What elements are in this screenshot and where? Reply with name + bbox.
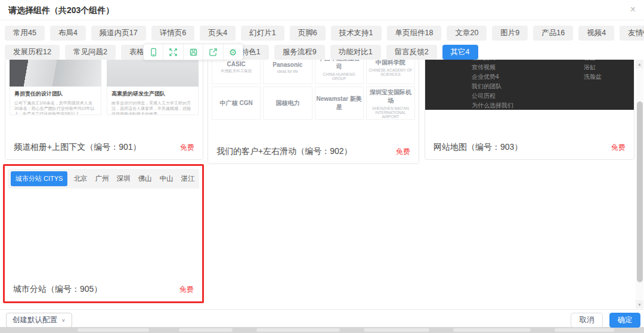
component-name: 城市分站（编号：905） bbox=[13, 284, 102, 295]
scrollbar-thumb[interactable] bbox=[637, 101, 643, 282]
dialog-title: 请选择组件（共203个组件） bbox=[8, 5, 114, 16]
close-icon[interactable]: × bbox=[630, 4, 636, 15]
sitemap-link: 宣传视频 bbox=[472, 63, 513, 72]
component-name: 网站地图（编号：903） bbox=[434, 142, 522, 153]
client-logo-sub: 中国航天科工集团 bbox=[221, 69, 252, 74]
component-list-viewport: 勇担责任的设计团队 公司下属员工100余名，其中高级技术人员30余名；核心生产团… bbox=[0, 60, 636, 309]
tile-title: 高素质的研发生产团队 bbox=[112, 90, 194, 98]
free-badge: 免费 bbox=[180, 143, 194, 153]
client-logo-sub: ideas for life bbox=[277, 69, 298, 73]
component-card-905-selected[interactable]: 城市分站 CITYS 北京广州深圳佛山中山湛江河源韶关清远 城市分站（编号：90… bbox=[3, 164, 204, 303]
create-default-config-label: 创建默认配置 bbox=[13, 315, 57, 325]
save-icon[interactable] bbox=[183, 44, 203, 60]
client-logo-sub: CHINA HUANENG GROUP bbox=[317, 72, 362, 81]
component-picker-dialog: 请选择组件（共203个组件） × 常用45布局4频道内页17详情页6页头4幻灯片… bbox=[0, 0, 644, 333]
city-sites-chip[interactable]: 城市分站 CITYS bbox=[11, 171, 67, 186]
component-card-903[interactable]: 组织架构宣传视频企业优势4我们的团队公司历程为什么选择我们 台盆浴缸洗脸盆 网站… bbox=[425, 60, 634, 160]
preview-tile: 高素质的研发生产团队 由专业设计的理念，采用人工力学工程的方法，选择适合人体要求… bbox=[107, 60, 199, 115]
category-tab[interactable]: 常用45 bbox=[5, 26, 45, 41]
client-logo: Newamstar 新美星 bbox=[315, 87, 364, 120]
free-badge: 免费 bbox=[611, 143, 626, 153]
card-905-city-bar: 城市分站 CITYS 北京广州深圳佛山中山湛江河源韶关清远 bbox=[8, 169, 199, 189]
category-tab[interactable]: 布局4 bbox=[50, 26, 86, 41]
sitemap-link: 公司历程 bbox=[472, 91, 513, 101]
client-logo: 深圳宝安国际机场SHENZHEN BAO'AN INTERNATIONAL AI… bbox=[366, 87, 415, 120]
category-tab[interactable]: 单页组件18 bbox=[387, 26, 442, 41]
category-tab[interactable]: 服务流程9 bbox=[274, 45, 325, 60]
scroll-up-icon[interactable]: ▲ bbox=[636, 60, 643, 68]
sitemap-link: 企业优势4 bbox=[472, 72, 513, 82]
fullscreen-icon[interactable] bbox=[163, 44, 182, 60]
sitemap-column: 组织架构宣传视频企业优势4我们的团队公司历程为什么选择我们 bbox=[472, 60, 513, 110]
tile-title: 勇担责任的设计团队 bbox=[14, 90, 97, 98]
city-link[interactable]: 北京 bbox=[73, 174, 87, 183]
scroll-down-icon[interactable]: ▼ bbox=[636, 300, 643, 309]
category-tab[interactable]: 其它4 bbox=[442, 45, 478, 60]
tile-desc: 公司下属员工100余名，其中高级技术人员30余名；核心生产团队行业经验平均10年… bbox=[14, 100, 97, 115]
category-tab[interactable]: 友情链接3 bbox=[620, 26, 644, 41]
category-tab[interactable]: 留言反馈2 bbox=[386, 45, 437, 60]
dialog-header: 请选择组件（共203个组件） × bbox=[0, 0, 644, 20]
category-tab[interactable]: 常见问题2 bbox=[65, 45, 116, 60]
background-page-strip bbox=[0, 327, 644, 333]
client-logo: 中国科学院CHINESE ACADEMY OF SCIENCES bbox=[366, 60, 415, 84]
sitemap-link: 为什么选择我们 bbox=[472, 101, 513, 110]
category-tab[interactable]: 页头4 bbox=[200, 26, 236, 41]
client-logo: CASIC中国航天科工集团 bbox=[212, 60, 261, 84]
category-tab[interactable]: 文章20 bbox=[447, 26, 487, 41]
cancel-button[interactable]: 取消 bbox=[571, 313, 603, 328]
category-tab[interactable]: 产品16 bbox=[533, 26, 573, 41]
card-902-logo-wall: CASIC中国航天科工集团Panasonicideas for life中国华能… bbox=[212, 60, 415, 120]
category-tab[interactable]: 频道内页17 bbox=[91, 26, 146, 41]
component-name: 我们的客户+左右滑动（编号：902） bbox=[216, 146, 352, 157]
share-icon[interactable] bbox=[203, 44, 222, 60]
confirm-button[interactable]: 确定 bbox=[609, 313, 640, 328]
category-tab[interactable]: 视频4 bbox=[578, 26, 614, 41]
city-list: 北京广州深圳佛山中山湛江河源韶关清远 bbox=[73, 174, 199, 183]
settings-icon[interactable]: ⚙ bbox=[223, 44, 243, 60]
create-default-config-button[interactable]: 创建默认配置 ∨ bbox=[6, 313, 72, 328]
free-badge: 免费 bbox=[396, 147, 410, 157]
category-tab[interactable]: 功能对比1 bbox=[330, 45, 381, 60]
category-tabs-row1: 常用45布局4频道内页17详情页6页头4幻灯片1页脚6技术支持1单页组件18文章… bbox=[5, 26, 642, 41]
card-901-preview: 勇担责任的设计团队 公司下属员工100余名，其中高级技术人员30余名；核心生产团… bbox=[10, 60, 199, 115]
preview-tile: 勇担责任的设计团队 公司下属员工100余名，其中高级技术人员30余名；核心生产团… bbox=[10, 60, 101, 115]
card-903-sitemap-preview: 组织架构宣传视频企业优势4我们的团队公司历程为什么选择我们 台盆浴缸洗脸盆 bbox=[425, 60, 634, 110]
component-card-902[interactable]: CASIC中国航天科工集团Panasonicideas for life中国华能… bbox=[208, 60, 419, 164]
free-badge: 免费 bbox=[179, 285, 194, 295]
preview-photo bbox=[107, 60, 199, 87]
mobile-preview-icon[interactable] bbox=[144, 44, 163, 60]
client-logo: Panasonicideas for life bbox=[263, 60, 312, 84]
component-hover-toolbar: ⚙ bbox=[143, 44, 243, 60]
city-link[interactable]: 中山 bbox=[159, 174, 173, 183]
category-tabs-row2: 发展历程12常见问题2表格2联系我们4优势特色1服务流程9功能对比1留言反馈2其… bbox=[5, 45, 642, 60]
dialog-footer: 创建默认配置 ∨ 取消 确定 bbox=[0, 309, 644, 327]
category-tab[interactable]: 幻灯片1 bbox=[241, 26, 284, 41]
city-link[interactable]: 佛山 bbox=[138, 174, 151, 183]
client-logo: 中国华能集团公司CHINA HUANENG GROUP bbox=[315, 60, 364, 84]
category-tab[interactable]: 发展历程12 bbox=[5, 45, 60, 60]
category-tab[interactable]: 技术支持1 bbox=[331, 26, 382, 41]
sitemap-link: 浴缸 bbox=[584, 63, 602, 72]
city-link[interactable]: 深圳 bbox=[116, 174, 130, 183]
sitemap-link: 我们的团队 bbox=[472, 82, 513, 91]
category-tab[interactable]: 图片9 bbox=[492, 26, 528, 41]
client-logo-sub: CHINESE ACADEMY OF SCIENCES bbox=[368, 68, 413, 76]
tile-desc: 由专业设计的理念，采用人工力学工程的方法，选择适合人体要求，不失规模感，还能使得… bbox=[112, 100, 194, 115]
sitemap-column: 台盆浴缸洗脸盆 bbox=[584, 60, 602, 110]
city-link[interactable]: 湛江 bbox=[181, 174, 194, 183]
category-tab[interactable]: 详情页6 bbox=[151, 26, 194, 41]
preview-photo bbox=[10, 60, 101, 87]
component-card-901[interactable]: 勇担责任的设计团队 公司下属员工100余名，其中高级技术人员30余名；核心生产团… bbox=[5, 60, 203, 160]
chevron-down-icon: ∨ bbox=[61, 318, 66, 323]
client-logo-sub: SHENZHEN BAO'AN INTERNATIONAL AIRPORT bbox=[368, 106, 413, 119]
client-logo: 国核电力 bbox=[263, 87, 312, 120]
vertical-scrollbar[interactable]: ▲ ▼ bbox=[636, 60, 643, 309]
city-link[interactable]: 广州 bbox=[95, 174, 109, 183]
category-tab[interactable]: 页脚6 bbox=[290, 26, 326, 41]
client-logo: 中广核 CGN bbox=[212, 87, 261, 120]
component-name: 频道相册+上图下文（编号：901） bbox=[14, 142, 141, 153]
sitemap-link: 洗脸盆 bbox=[584, 72, 602, 82]
